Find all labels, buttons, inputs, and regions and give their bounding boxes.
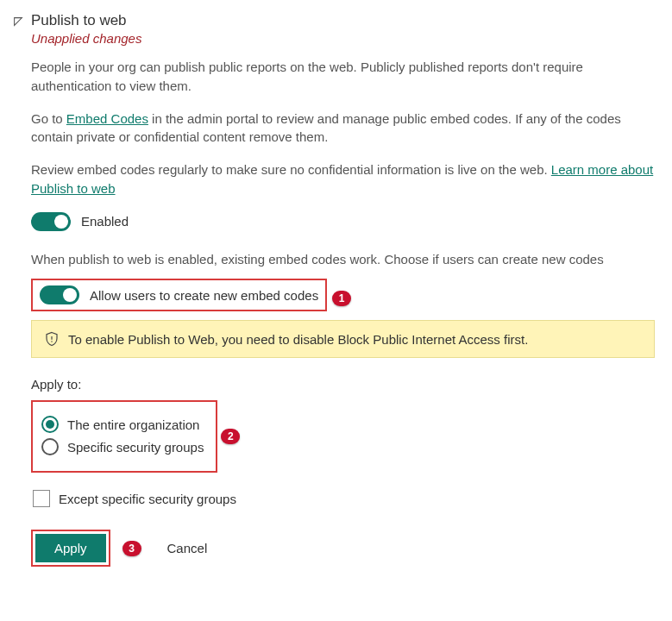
enabled-label: Enabled	[81, 214, 129, 229]
embed-codes-link[interactable]: Embed Codes	[66, 111, 148, 126]
radio-specific-groups[interactable]: Specific security groups	[41, 438, 204, 455]
radio-icon	[41, 416, 59, 433]
cancel-button[interactable]: Cancel	[167, 541, 208, 555]
callout-badge-2: 2	[221, 429, 240, 444]
radio-entire-org-label: The entire organization	[67, 417, 199, 432]
warning-text: To enable Publish to Web, you need to di…	[68, 332, 528, 347]
radio-icon	[41, 438, 59, 455]
svg-point-1	[51, 342, 53, 343]
p3-text-a: Review embed codes regularly to make sur…	[31, 162, 551, 177]
apply-button-highlight: Apply	[31, 530, 110, 567]
except-groups-checkbox-row[interactable]: Except specific security groups	[33, 490, 655, 507]
except-groups-label: Except specific security groups	[59, 492, 236, 506]
allow-new-codes-box: Allow users to create new embed codes	[31, 279, 327, 311]
shield-icon	[44, 331, 60, 347]
status-text: Unapplied changes	[31, 31, 655, 46]
apply-to-radio-group: The entire organization Specific securit…	[31, 400, 217, 473]
p2-text-a: Go to	[31, 111, 66, 126]
apply-button[interactable]: Apply	[35, 534, 106, 562]
description-p2: Go to Embed Codes in the admin portal to…	[31, 110, 655, 147]
description-p3: Review embed codes regularly to make sur…	[31, 160, 655, 198]
allow-new-codes-toggle[interactable]	[40, 285, 79, 304]
subheading: When publish to web is enabled, existing…	[31, 250, 655, 269]
radio-entire-org[interactable]: The entire organization	[41, 416, 204, 433]
callout-badge-1: 1	[332, 291, 351, 306]
radio-specific-groups-label: Specific security groups	[67, 440, 204, 455]
callout-badge-3: 3	[122, 541, 141, 556]
description-p1: People in your org can publish public re…	[31, 58, 655, 96]
expand-caret-icon[interactable]	[12, 16, 24, 28]
enabled-toggle[interactable]	[31, 212, 71, 231]
checkbox-icon	[33, 490, 50, 507]
apply-to-label: Apply to:	[31, 377, 655, 392]
section-title: Publish to web	[31, 12, 655, 29]
warning-banner: To enable Publish to Web, you need to di…	[31, 320, 655, 358]
allow-new-codes-label: Allow users to create new embed codes	[90, 288, 318, 303]
